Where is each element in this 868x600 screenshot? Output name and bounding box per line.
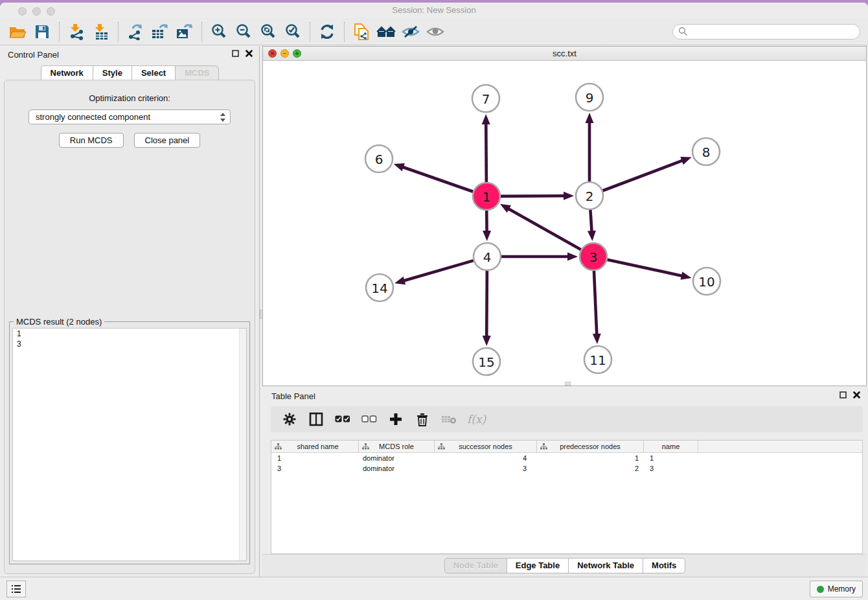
duplicate-network-button[interactable] xyxy=(349,21,374,42)
tab-select[interactable]: Select xyxy=(131,65,176,81)
control-panel: Control Panel Network Style Select MCDS … xyxy=(0,46,260,577)
cell-mcds-role[interactable]: dominator xyxy=(359,453,435,463)
graph-edge-2-8[interactable] xyxy=(603,160,683,190)
zoom-fit-button[interactable] xyxy=(256,21,280,42)
graph-edge-4-14[interactable] xyxy=(404,260,474,281)
memory-button[interactable]: Memory xyxy=(810,581,863,597)
tab-network-table[interactable]: Network Table xyxy=(568,558,643,573)
dropdown-stepper-icon xyxy=(220,112,226,122)
network-window-titlebar[interactable]: ✕ − + scc.txt xyxy=(263,47,866,61)
cell-predecessor-nodes[interactable]: 1 xyxy=(537,453,644,463)
hide-selected-button[interactable] xyxy=(398,21,423,42)
table-toolbar: f(x) xyxy=(271,406,863,432)
list-icon xyxy=(10,584,22,594)
graph-node-label: 6 xyxy=(375,152,383,167)
tab-network[interactable]: Network xyxy=(41,65,93,81)
cell-predecessor-nodes[interactable]: 2 xyxy=(537,463,644,474)
main-toolbar xyxy=(0,18,868,45)
table-panel-title: Table Panel xyxy=(271,391,315,401)
close-panel-icon[interactable] xyxy=(246,50,253,57)
canvas-splitter-handle[interactable] xyxy=(565,382,571,386)
cell-name[interactable]: 1 xyxy=(644,453,698,463)
export-image-button[interactable] xyxy=(172,21,197,42)
graph-edge-4-15[interactable] xyxy=(486,271,487,337)
mcds-result-area[interactable]: 1 3 xyxy=(12,328,247,561)
task-history-button[interactable] xyxy=(6,581,26,597)
add-column-button[interactable] xyxy=(387,411,404,428)
delete-column-button[interactable] xyxy=(414,411,431,428)
table-row[interactable]: 3 dominator 3 2 3 xyxy=(271,463,862,474)
memory-status-icon xyxy=(817,586,824,593)
zoom-out-button[interactable] xyxy=(231,21,256,42)
graph-edge-arrowhead xyxy=(681,271,692,280)
mcds-result-line: 1 xyxy=(13,329,246,339)
plus-icon xyxy=(389,413,402,426)
cell-name[interactable]: 3 xyxy=(644,463,698,474)
column-header-mcds-role[interactable]: MCDS role xyxy=(359,441,435,452)
tab-style[interactable]: Style xyxy=(93,65,132,81)
split-column-button[interactable] xyxy=(308,411,325,428)
export-table-button[interactable] xyxy=(148,21,172,42)
table-row[interactable]: 1 dominator 4 1 1 xyxy=(271,453,862,463)
table-settings-button[interactable] xyxy=(281,411,298,428)
zoom-in-icon xyxy=(211,23,227,40)
eye-icon xyxy=(426,25,444,39)
import-table-button[interactable] xyxy=(89,21,113,42)
cell-shared-name[interactable]: 3 xyxy=(271,463,359,474)
column-header-predecessor-nodes[interactable]: predecessor nodes xyxy=(537,441,644,452)
hierarchy-icon xyxy=(438,443,445,450)
graph-edge-1-7[interactable] xyxy=(486,123,486,182)
graph-edge-arrowhead xyxy=(567,253,578,261)
refresh-icon xyxy=(319,23,336,40)
tab-node-table[interactable]: Node Table xyxy=(444,558,507,573)
graph-edge-2-3[interactable] xyxy=(590,210,591,232)
zoom-in-button[interactable] xyxy=(207,21,231,42)
column-header-name[interactable]: name xyxy=(644,441,698,452)
tab-edge-table[interactable]: Edge Table xyxy=(507,558,569,573)
graph-edge-arrowhead xyxy=(593,334,601,344)
cell-mcds-role[interactable]: dominator xyxy=(359,463,435,474)
cell-shared-name[interactable]: 1 xyxy=(271,453,359,463)
close-table-panel-icon[interactable] xyxy=(853,391,860,398)
export-network-button[interactable] xyxy=(123,21,148,42)
tab-motifs[interactable]: Motifs xyxy=(643,558,685,573)
float-table-panel-icon[interactable] xyxy=(839,391,847,398)
import-network-button[interactable] xyxy=(64,21,89,42)
open-session-button[interactable] xyxy=(5,21,30,42)
mcds-panel: Optimization criterion: strongly connect… xyxy=(4,80,255,574)
deselect-all-columns-button[interactable] xyxy=(361,411,378,428)
search-icon xyxy=(678,27,688,36)
zoom-selected-button[interactable] xyxy=(280,21,305,42)
graph-edge-3-1[interactable] xyxy=(508,209,581,250)
optimization-criterion-label: Optimization criterion: xyxy=(5,93,255,103)
tab-mcds[interactable]: MCDS xyxy=(175,65,219,81)
search-field[interactable] xyxy=(672,24,860,40)
show-all-button[interactable] xyxy=(423,21,448,42)
save-session-button[interactable] xyxy=(30,21,54,42)
mcds-result-box: MCDS result (2 nodes) 1 3 xyxy=(9,321,250,564)
result-scrollbar[interactable] xyxy=(239,329,246,560)
graph-node-label: 4 xyxy=(483,249,492,265)
mcds-result-line: 3 xyxy=(13,339,246,349)
column-header-shared-name[interactable]: shared name xyxy=(271,441,359,452)
refresh-button[interactable] xyxy=(315,21,339,42)
select-all-columns-button[interactable] xyxy=(334,411,351,428)
cell-successor-nodes[interactable]: 3 xyxy=(435,463,537,474)
criterion-dropdown[interactable]: strongly connected component xyxy=(29,110,231,124)
graph-edge-3-10[interactable] xyxy=(607,260,682,276)
network-canvas[interactable]: 7968124314101511 xyxy=(263,61,866,386)
graph-edge-arrowhead xyxy=(680,157,691,165)
delete-table-button[interactable] xyxy=(440,411,457,428)
graph-edge-1-2[interactable] xyxy=(501,196,565,196)
cell-successor-nodes[interactable]: 4 xyxy=(435,453,537,463)
graph-node-label: 14 xyxy=(371,281,387,296)
graph-edge-1-6[interactable] xyxy=(402,167,473,192)
home-button[interactable] xyxy=(374,21,398,42)
gear-icon xyxy=(283,413,296,426)
run-mcds-button[interactable]: Run MCDS xyxy=(59,133,124,148)
close-panel-button[interactable]: Close panel xyxy=(134,133,201,148)
function-builder-button[interactable]: f(x) xyxy=(467,411,486,428)
float-panel-icon[interactable] xyxy=(232,50,239,57)
column-header-successor-nodes[interactable]: successor nodes xyxy=(435,441,537,452)
graph-edge-3-11[interactable] xyxy=(594,271,597,335)
